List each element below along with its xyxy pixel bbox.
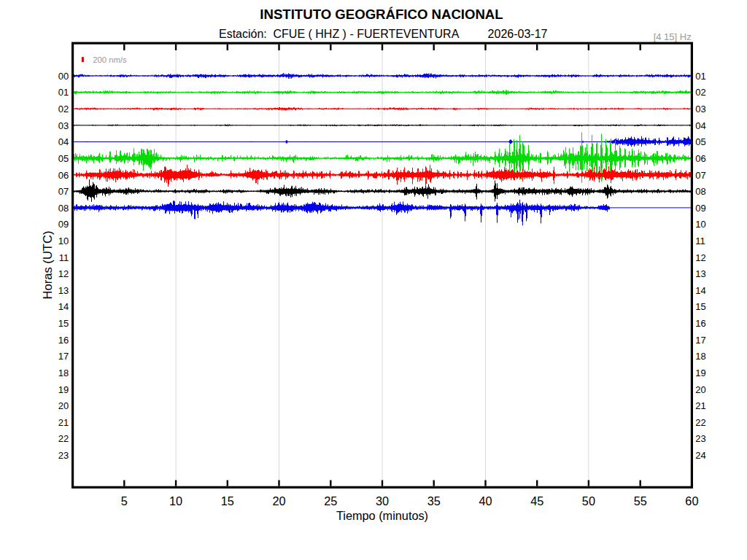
svg-text:11: 11 — [59, 252, 69, 263]
svg-text:50: 50 — [582, 494, 595, 508]
svg-text:07: 07 — [695, 170, 705, 181]
svg-text:09: 09 — [695, 203, 705, 214]
svg-text:06: 06 — [695, 153, 705, 164]
svg-text:200 nm/s: 200 nm/s — [93, 55, 127, 64]
svg-text:25: 25 — [324, 494, 337, 508]
svg-text:16: 16 — [58, 335, 69, 346]
svg-text:[4 15] Hz: [4 15] Hz — [654, 31, 692, 42]
svg-text:15: 15 — [221, 494, 234, 508]
svg-text:35: 35 — [427, 494, 441, 508]
svg-text:09: 09 — [58, 219, 69, 230]
svg-text:22: 22 — [695, 417, 705, 428]
svg-text:18: 18 — [695, 351, 705, 362]
svg-text:21: 21 — [58, 417, 69, 428]
svg-text:Estación:: Estación: — [219, 28, 267, 40]
svg-text:20: 20 — [272, 494, 285, 508]
svg-text:16: 16 — [695, 318, 705, 329]
svg-text:00: 00 — [58, 71, 69, 82]
svg-text:45: 45 — [530, 494, 543, 508]
svg-text:23: 23 — [58, 450, 69, 461]
svg-text:03: 03 — [695, 104, 705, 114]
svg-text:21: 21 — [695, 400, 705, 411]
svg-text:INSTITUTO GEOGRÁFICO NACIONAL: INSTITUTO GEOGRÁFICO NACIONAL — [260, 7, 503, 22]
svg-text:10: 10 — [169, 494, 182, 508]
svg-text:04: 04 — [695, 120, 705, 131]
svg-text:Horas (UTC): Horas (UTC) — [41, 230, 55, 299]
svg-text:13: 13 — [695, 268, 705, 279]
svg-text:5: 5 — [121, 494, 128, 508]
svg-text:Tiempo (minutos): Tiempo (minutos) — [336, 509, 428, 522]
svg-text:08: 08 — [58, 203, 69, 214]
svg-text:23: 23 — [695, 433, 705, 444]
svg-text:20: 20 — [695, 384, 705, 395]
svg-text:19: 19 — [58, 384, 69, 395]
svg-text:14: 14 — [695, 285, 705, 296]
svg-text:14: 14 — [58, 301, 69, 312]
svg-text:01: 01 — [695, 71, 705, 82]
svg-text:17: 17 — [695, 335, 705, 346]
svg-text:03: 03 — [58, 120, 69, 131]
svg-text:12: 12 — [58, 268, 69, 279]
svg-text:07: 07 — [58, 186, 69, 197]
svg-text:CFUE ( HHZ ) - FUERTEVENTURA: CFUE ( HHZ ) - FUERTEVENTURA — [274, 28, 460, 40]
svg-text:19: 19 — [695, 368, 705, 378]
svg-text:15: 15 — [695, 301, 705, 312]
svg-text:05: 05 — [695, 136, 705, 147]
svg-text:20: 20 — [58, 400, 69, 411]
svg-text:55: 55 — [634, 494, 647, 508]
svg-text:10: 10 — [695, 219, 705, 230]
svg-text:40: 40 — [479, 494, 492, 508]
svg-text:10: 10 — [58, 236, 69, 246]
svg-text:06: 06 — [58, 170, 69, 181]
svg-text:60: 60 — [685, 494, 698, 508]
svg-text:11: 11 — [695, 236, 705, 246]
svg-text:02: 02 — [58, 104, 69, 114]
svg-text:02: 02 — [695, 87, 705, 98]
svg-text:04: 04 — [58, 136, 69, 147]
svg-text:18: 18 — [58, 368, 69, 378]
svg-text:30: 30 — [376, 494, 389, 508]
svg-text:01: 01 — [58, 87, 69, 98]
svg-text:24: 24 — [695, 450, 705, 461]
svg-text:05: 05 — [58, 153, 69, 164]
svg-text:2026-03-17: 2026-03-17 — [488, 28, 548, 40]
svg-text:08: 08 — [695, 186, 705, 197]
svg-text:22: 22 — [58, 433, 69, 444]
svg-text:12: 12 — [695, 252, 705, 263]
svg-text:17: 17 — [58, 351, 69, 362]
svg-text:13: 13 — [58, 285, 69, 296]
svg-text:15: 15 — [58, 318, 69, 329]
